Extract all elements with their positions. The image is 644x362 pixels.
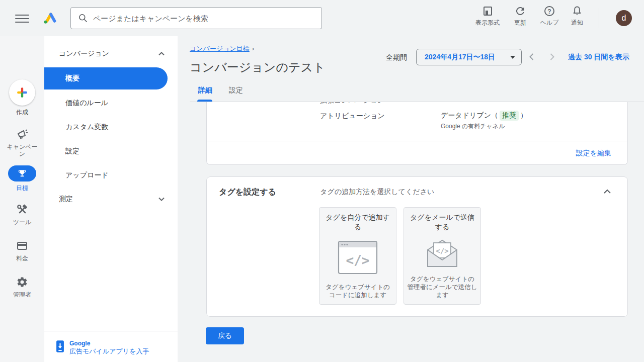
rail-label-campaigns: キャンペーン bbox=[6, 143, 39, 157]
attribution-subtext: Google の有料チャネル bbox=[441, 122, 505, 131]
page-title: コンバージョンのテスト bbox=[190, 59, 326, 75]
drawer-item-overview-label: 概要 bbox=[65, 74, 79, 83]
breadcrumb-chevron: › bbox=[252, 45, 254, 52]
google-ads-app: 表示形式 更新 ? ヘルプ 通知 d bbox=[0, 0, 644, 362]
mobile-app-icon bbox=[56, 340, 64, 353]
clipped-row-text: 拡張コンバージョン bbox=[320, 102, 521, 105]
drawer-section-conversions[interactable]: コンバージョン bbox=[59, 49, 165, 59]
tag-setup-title: タグを設定する bbox=[219, 187, 276, 198]
promo-line2: 広告モバイルアプリを入手 bbox=[69, 347, 149, 355]
date-range-value: 2024年4月17日〜18日 bbox=[425, 53, 495, 62]
menu-icon[interactable] bbox=[15, 12, 29, 24]
conversion-details-card: 拡張コンバージョン アトリビューション データドリブン（ 推奨 ） Google… bbox=[206, 102, 628, 165]
gear-icon bbox=[16, 276, 28, 288]
create-plus-icon bbox=[9, 79, 35, 106]
help-icon: ? bbox=[543, 5, 555, 17]
option-add-tag-yourself-desc: タグをウェブサイトのコードに追加します bbox=[323, 283, 393, 299]
date-prev-button[interactable] bbox=[527, 52, 536, 61]
refresh-icon bbox=[514, 5, 526, 17]
card-divider bbox=[207, 141, 627, 141]
mobile-app-promo-link[interactable]: Google 広告モバイルアプリを入手 bbox=[56, 340, 149, 355]
bell-icon bbox=[571, 5, 583, 17]
dropdown-caret-icon bbox=[510, 56, 515, 59]
nav-rail: 作成 キャンペーン 目標 bbox=[0, 36, 44, 362]
rail-item-tools[interactable]: ツール bbox=[0, 204, 44, 226]
drawer-item-custom-variables[interactable]: カスタム変数 bbox=[65, 122, 166, 132]
email-tag-icon: </> bbox=[426, 232, 458, 275]
tag-setup-subtitle: タグの追加方法を選択してください bbox=[320, 188, 434, 197]
chevron-up-icon bbox=[158, 52, 165, 56]
refresh-button[interactable]: 更新 bbox=[504, 5, 537, 31]
show-last-30-days-link[interactable]: 過去 30 日間を表示 bbox=[568, 53, 629, 62]
drawer-item-value-rules[interactable]: 価値のルール bbox=[65, 98, 166, 108]
rail-label-billing: 料金 bbox=[16, 255, 28, 262]
drawer-item-overview[interactable]: 概要 bbox=[44, 67, 168, 89]
svg-text:?: ? bbox=[547, 8, 551, 15]
period-label: 全期間 bbox=[386, 53, 407, 62]
code-window-icon: </> bbox=[338, 232, 378, 283]
chevron-up-icon bbox=[603, 189, 611, 194]
rail-item-campaigns[interactable]: キャンペーン bbox=[0, 128, 44, 157]
drawer-section-measurement-label: 測定 bbox=[59, 195, 73, 204]
svg-text:</>: </> bbox=[346, 253, 370, 268]
megaphone-icon bbox=[16, 128, 28, 140]
rail-label-goals: 目標 bbox=[16, 185, 28, 192]
chevron-right-icon bbox=[547, 52, 556, 61]
attribution-label: アトリビューション bbox=[320, 112, 385, 121]
chevron-down-icon bbox=[158, 197, 165, 201]
active-tab-indicator bbox=[197, 100, 212, 102]
rail-item-admin[interactable]: 管理者 bbox=[0, 276, 44, 298]
rail-item-billing[interactable]: 料金 bbox=[0, 240, 44, 262]
google-ads-logo-icon bbox=[42, 11, 56, 25]
edit-settings-link[interactable]: 設定を編集 bbox=[576, 149, 611, 158]
back-button[interactable]: 戻る bbox=[206, 327, 244, 344]
mobile-app-promo-text: Google 広告モバイルアプリを入手 bbox=[69, 340, 149, 355]
recommended-badge: 推奨 bbox=[500, 111, 519, 121]
drawer-item-uploads[interactable]: アップロード bbox=[65, 170, 166, 180]
tab-settings[interactable]: 設定 bbox=[229, 86, 243, 95]
search-input[interactable] bbox=[93, 14, 314, 23]
breadcrumb-link-conversion-goals[interactable]: コンバージョン目標 bbox=[190, 45, 250, 52]
refresh-label: 更新 bbox=[514, 19, 526, 27]
view-format-label: 表示形式 bbox=[475, 19, 500, 27]
rail-item-create[interactable]: 作成 bbox=[0, 79, 44, 116]
breadcrumb: コンバージョン目標› bbox=[190, 44, 254, 53]
notifications-button[interactable]: 通知 bbox=[560, 5, 594, 31]
clipped-row: 拡張コンバージョン bbox=[320, 102, 521, 105]
credit-card-icon bbox=[16, 240, 28, 252]
search-icon bbox=[78, 13, 88, 23]
tools-icon bbox=[16, 204, 28, 216]
trophy-icon bbox=[17, 168, 27, 178]
option-email-tag[interactable]: タグをメールで送信する </> タグをウェブサイトの管理者にメールで送信します bbox=[404, 207, 481, 305]
drawer-divider bbox=[44, 331, 178, 331]
nav-drawer: コンバージョン 概要 価値のルール カスタム変数 設定 アップロード 測定 bbox=[44, 36, 178, 362]
option-add-tag-yourself[interactable]: タグを自分で追加する </> タグをウェブサイトのコードに追加します bbox=[319, 207, 396, 305]
google-ads-logo[interactable] bbox=[42, 11, 56, 25]
rail-item-goals[interactable]: 目標 bbox=[0, 165, 44, 192]
goals-active-pill bbox=[8, 165, 36, 182]
rail-label-admin: 管理者 bbox=[13, 291, 31, 298]
tab-details[interactable]: 詳細 bbox=[198, 86, 212, 95]
attribution-value: データドリブン（ 推奨 ） bbox=[441, 111, 527, 121]
topbar-divider bbox=[599, 8, 599, 28]
search-box bbox=[70, 7, 322, 29]
option-add-tag-yourself-title: タグを自分で追加する bbox=[323, 213, 392, 232]
rail-label-billing: ツール bbox=[13, 219, 32, 226]
notifications-label: 通知 bbox=[571, 19, 583, 27]
chevron-left-icon bbox=[527, 52, 536, 61]
collapse-section-button[interactable] bbox=[603, 187, 613, 197]
date-next-button[interactable] bbox=[547, 52, 556, 61]
promo-line1: Google bbox=[69, 340, 149, 347]
top-app-bar: 表示形式 更新 ? ヘルプ 通知 d bbox=[0, 0, 644, 36]
drawer-section-measurement[interactable]: 測定 bbox=[59, 194, 165, 204]
help-label: ヘルプ bbox=[540, 19, 559, 27]
date-range-dropdown[interactable]: 2024年4月17日〜18日 bbox=[416, 49, 522, 65]
avatar[interactable]: d bbox=[616, 10, 632, 26]
drawer-item-settings[interactable]: 設定 bbox=[65, 146, 166, 156]
view-format-icon bbox=[481, 5, 494, 17]
view-format-button[interactable]: 表示形式 bbox=[471, 5, 504, 31]
drawer-section-conversions-label: コンバージョン bbox=[59, 49, 109, 58]
option-email-tag-desc: タグをウェブサイトの管理者にメールで送信します bbox=[407, 275, 477, 299]
rail-label-create: 作成 bbox=[16, 109, 28, 116]
svg-text:</>: </> bbox=[436, 247, 448, 255]
